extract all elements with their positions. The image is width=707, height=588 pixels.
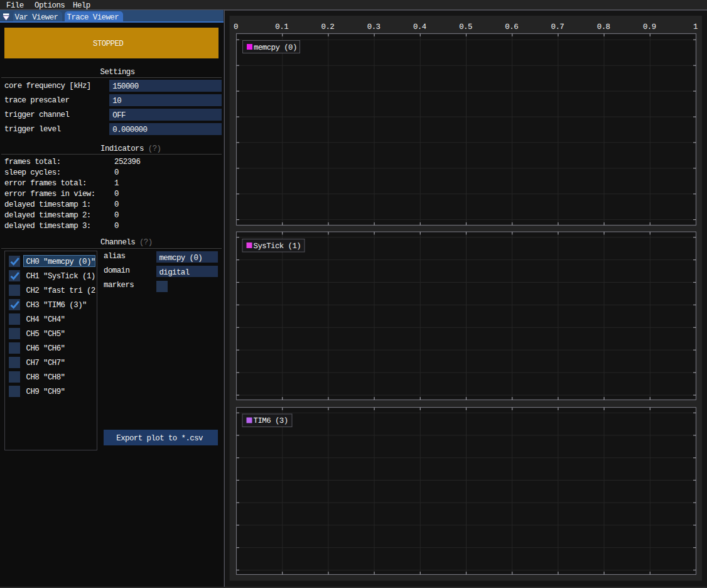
svg-text:1: 1: [693, 23, 698, 31]
svg-text:0.9: 0.9: [643, 23, 656, 31]
svg-text:memcpy (0): memcpy (0): [254, 43, 297, 52]
svg-text:0.5: 0.5: [459, 23, 472, 31]
svg-text:0.2: 0.2: [321, 23, 335, 31]
svg-text:TIM6 (3): TIM6 (3): [254, 416, 288, 425]
svg-text:0: 0: [234, 23, 238, 31]
svg-text:0.6: 0.6: [505, 23, 518, 31]
svg-text:0.3: 0.3: [367, 23, 380, 31]
svg-text:0.7: 0.7: [551, 23, 564, 31]
svg-text:SysTick (1): SysTick (1): [254, 242, 301, 251]
svg-text:0.4: 0.4: [413, 23, 426, 31]
svg-text:0.1: 0.1: [275, 23, 288, 31]
svg-text:0.8: 0.8: [597, 23, 610, 31]
